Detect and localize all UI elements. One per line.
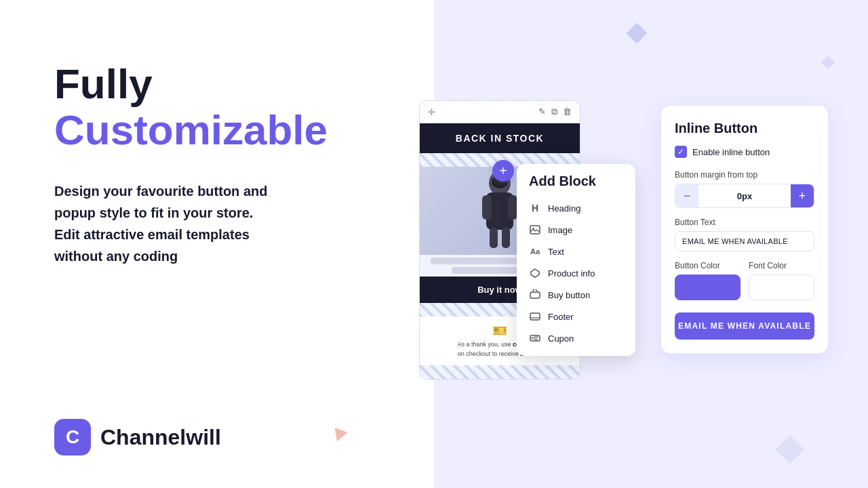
product-info-label: Product info	[548, 268, 595, 279]
color-row: Button Color Font Color	[675, 261, 814, 300]
delete-icon[interactable]: 🗑	[563, 106, 572, 117]
divider-pattern-3	[420, 365, 580, 379]
enable-label: Enable inline button	[692, 147, 770, 157]
menu-item-footer[interactable]: Footer	[517, 306, 635, 327]
heading-fully: Fully	[54, 61, 393, 107]
copy-icon[interactable]: ⧉	[551, 106, 557, 117]
brand-logo: C	[54, 419, 91, 455]
hero-section: Fully Customizable Design your favourite…	[54, 61, 393, 308]
margin-decrease-button[interactable]: −	[675, 184, 698, 207]
margin-increase-button[interactable]: +	[791, 184, 814, 207]
svg-rect-11	[530, 313, 540, 320]
svg-rect-7	[530, 226, 540, 234]
svg-point-14	[532, 338, 534, 340]
inline-button-panel: Inline Button ✓ Enable inline button But…	[660, 105, 829, 354]
add-block-dropdown: Add Block H Heading Image Aa Text Produc…	[517, 164, 635, 356]
menu-item-buy-button[interactable]: Buy button	[517, 284, 635, 306]
menu-item-image[interactable]: Image	[517, 219, 635, 241]
button-text-label: Button Text	[675, 218, 814, 227]
enable-checkbox[interactable]: ✓	[675, 146, 687, 158]
product-info-icon	[529, 267, 541, 279]
text-label: Text	[548, 247, 564, 257]
enable-row: ✓ Enable inline button	[675, 146, 814, 158]
margin-control: − 0px +	[675, 184, 814, 208]
svg-rect-10	[530, 292, 540, 298]
cupon-icon	[529, 332, 541, 344]
svg-rect-2	[482, 195, 492, 220]
move-icon: ✛	[428, 107, 435, 117]
hero-description: Design your favourite button andpopup st…	[54, 180, 393, 267]
heading-label: Heading	[548, 203, 580, 214]
brand-logo-letter: C	[66, 426, 79, 448]
svg-rect-3	[508, 195, 517, 220]
heading-customizable: Customizable	[54, 107, 393, 153]
add-block-title: Add Block	[517, 171, 635, 197]
edit-icon[interactable]: ✎	[538, 106, 546, 117]
svg-rect-5	[502, 228, 510, 248]
menu-item-text[interactable]: Aa Text	[517, 241, 635, 262]
font-color-field: Font Color	[749, 261, 814, 300]
svg-rect-4	[490, 228, 498, 248]
button-color-field: Button Color	[675, 261, 741, 300]
panel-title: Inline Button	[675, 121, 814, 136]
editor-toolbar: ✛ ✎ ⧉ 🗑	[420, 101, 580, 123]
menu-item-product-info[interactable]: Product info	[517, 262, 635, 284]
email-cta-button[interactable]: EMAIL ME WHEN AVAILABLE	[675, 312, 814, 340]
margin-label: Button margin from top	[675, 170, 814, 180]
toolbar-icons: ✎ ⧉ 🗑	[538, 106, 572, 117]
margin-value: 0px	[698, 191, 791, 201]
button-text-input[interactable]	[675, 231, 814, 251]
buy-button-icon	[529, 289, 541, 301]
svg-marker-9	[531, 269, 539, 277]
footer-icon	[529, 310, 541, 323]
heading-icon: H	[529, 202, 541, 214]
cupon-label: Cupon	[548, 333, 574, 344]
brand-section: C Channelwill	[54, 419, 221, 455]
menu-item-cupon[interactable]: Cupon	[517, 327, 635, 349]
button-color-label: Button Color	[675, 261, 741, 270]
back-in-stock-label: BACK IN STOCK	[420, 123, 580, 153]
font-color-swatch[interactable]	[749, 274, 814, 300]
font-color-label: Font Color	[749, 261, 814, 270]
menu-item-heading[interactable]: H Heading	[517, 197, 635, 219]
buy-button-label: Buy button	[548, 290, 590, 300]
text-icon: Aa	[529, 245, 541, 258]
brand-name: Channelwill	[100, 425, 221, 450]
add-block-button[interactable]: +	[492, 160, 514, 182]
image-icon	[529, 224, 541, 236]
button-color-swatch[interactable]	[675, 274, 741, 300]
footer-label: Footer	[548, 312, 574, 322]
image-label: Image	[548, 225, 572, 235]
